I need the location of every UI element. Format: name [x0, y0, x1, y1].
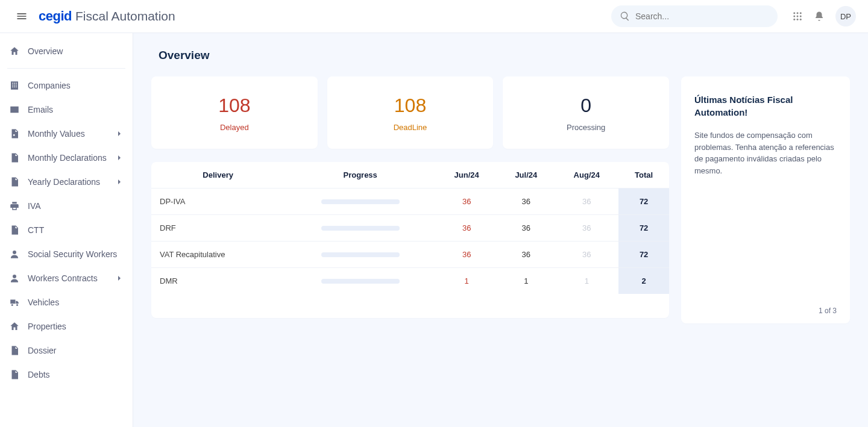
person-icon: [8, 272, 20, 284]
table-row[interactable]: DRF36363672: [151, 215, 669, 242]
sidebar-item-debts[interactable]: Debts: [0, 363, 133, 387]
sidebar-item-dossier[interactable]: Dossier: [0, 338, 133, 363]
sidebar-item-label: Companies: [28, 81, 71, 90]
table-header: Delivery: [151, 162, 285, 189]
stats-row: 108Delayed108DeadLine0Processing: [151, 76, 669, 149]
progress-bar: [321, 252, 400, 257]
news-card: Últimas Notícias Fiscal Automation! Site…: [681, 76, 850, 323]
mail-icon: [8, 104, 20, 116]
table-footer: [151, 294, 669, 318]
home-icon: [8, 320, 20, 332]
sidebar-item-iva[interactable]: IVA: [0, 194, 133, 218]
sidebar-item-properties[interactable]: Properties: [0, 314, 133, 338]
sidebar-item-label: Overview: [28, 46, 63, 56]
sidebar-item-monthly-declarations[interactable]: Monthly Declarations: [0, 146, 133, 170]
stat-card-deadline[interactable]: 108DeadLine: [327, 76, 494, 149]
cell-month2: 36: [497, 189, 555, 215]
table-header: Progress: [285, 162, 436, 189]
chevron-right-icon: [115, 153, 124, 163]
cell-month1: 1: [436, 268, 497, 295]
table-header: Jul/24: [497, 162, 555, 189]
cell-month3: 36: [555, 189, 618, 215]
svg-point-2: [800, 12, 802, 14]
sidebar-item-yearly-declarations[interactable]: Yearly Declarations: [0, 170, 133, 194]
stat-label: DeadLine: [333, 123, 488, 132]
news-pager[interactable]: 1 of 3: [694, 307, 837, 315]
sidebar-item-label: IVA: [28, 201, 41, 211]
doc-icon: [8, 176, 20, 188]
sidebar-item-label: Properties: [28, 322, 66, 331]
svg-point-4: [797, 16, 799, 17]
cell-month2: 36: [497, 215, 555, 242]
cell-total: 2: [618, 268, 669, 295]
sidebar-item-label: Dossier: [28, 346, 56, 355]
news-title: Últimas Notícias Fiscal Automation!: [694, 93, 837, 119]
doc-icon: [8, 152, 20, 164]
sidebar-item-emails[interactable]: Emails: [0, 98, 133, 122]
sidebar-item-companies[interactable]: Companies: [0, 73, 133, 98]
cell-delivery: DMR: [151, 268, 285, 295]
news-body: Site fundos de compensação com problemas…: [694, 129, 837, 307]
search-input[interactable]: [635, 11, 769, 21]
cell-month1: 36: [436, 242, 497, 268]
delivery-table: DeliveryProgressJun/24Jul/24Aug/24Total …: [151, 162, 669, 294]
svg-point-1: [797, 12, 799, 14]
truck-icon: [8, 296, 20, 308]
sidebar-item-social-security-workers[interactable]: Social Security Workers: [0, 242, 133, 266]
table-row[interactable]: DP-IVA36363672: [151, 189, 669, 215]
cell-progress: [285, 189, 436, 215]
sidebar-item-label: Emails: [28, 105, 53, 114]
stat-label: Delayed: [157, 123, 312, 132]
stat-card-delayed[interactable]: 108Delayed: [151, 76, 318, 149]
sidebar-item-monthly-values[interactable]: Monthly Values: [0, 122, 133, 146]
page-title: Overview: [159, 49, 850, 62]
stat-label: Processing: [509, 123, 663, 132]
table-row[interactable]: VAT Recapitulative36363672: [151, 242, 669, 268]
sidebar-item-label: Social Security Workers: [28, 249, 117, 259]
progress-bar: [321, 279, 400, 284]
progress-bar: [321, 199, 400, 204]
doc-icon: [8, 369, 20, 381]
cell-progress: [285, 268, 436, 295]
search-icon: [620, 11, 631, 22]
delivery-table-card: DeliveryProgressJun/24Jul/24Aug/24Total …: [151, 162, 669, 318]
progress-bar: [321, 226, 400, 231]
cell-month2: 36: [497, 242, 555, 268]
chevron-right-icon: [115, 273, 124, 283]
cell-month1: 36: [436, 189, 497, 215]
table-header: Jun/24: [436, 162, 497, 189]
table-header: Aug/24: [555, 162, 618, 189]
stat-value: 108: [333, 95, 488, 117]
sidebar: Overview CompaniesEmailsMonthly ValuesMo…: [0, 33, 133, 427]
svg-point-5: [800, 16, 802, 17]
cell-progress: [285, 215, 436, 242]
svg-point-3: [793, 16, 795, 17]
cell-month3: 36: [555, 215, 618, 242]
chevron-right-icon: [115, 177, 124, 187]
table-row[interactable]: DMR1112: [151, 268, 669, 295]
svg-point-0: [793, 12, 795, 14]
sidebar-item-overview[interactable]: Overview: [0, 39, 133, 63]
apps-button[interactable]: [792, 11, 803, 22]
cell-month1: 36: [436, 215, 497, 242]
sidebar-item-workers-contracts[interactable]: Workers Contracts: [0, 266, 133, 290]
building-icon: [8, 79, 20, 92]
doc-icon: [8, 224, 20, 236]
sidebar-item-ctt[interactable]: CTT: [0, 218, 133, 242]
user-avatar[interactable]: DP: [835, 6, 856, 26]
cell-total: 72: [618, 189, 669, 215]
stat-value: 108: [157, 95, 312, 117]
cell-month3: 1: [555, 268, 618, 295]
svg-point-8: [800, 19, 802, 20]
main-content: Overview 108Delayed108DeadLine0Processin…: [133, 33, 868, 427]
hamburger-icon: [16, 10, 28, 22]
sidebar-item-vehicles[interactable]: Vehicles: [0, 290, 133, 314]
stat-card-processing[interactable]: 0Processing: [503, 76, 669, 149]
cell-total: 72: [618, 242, 669, 268]
app-title: Fiscal Automation: [75, 9, 175, 23]
avatar-initials: DP: [840, 12, 851, 21]
menu-toggle-button[interactable]: [12, 7, 31, 26]
notifications-button[interactable]: [814, 11, 825, 22]
brand-logo: cegid: [39, 8, 72, 24]
search-box[interactable]: [611, 5, 778, 27]
